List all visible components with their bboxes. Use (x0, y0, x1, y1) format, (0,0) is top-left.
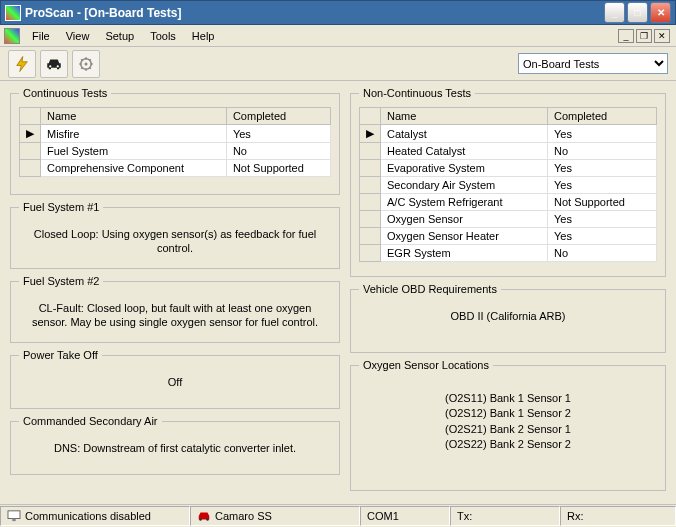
minimize-button[interactable]: _ (604, 2, 625, 23)
content-area: Continuous Tests NameCompleted ▶MisfireY… (0, 81, 676, 504)
mdi-minimize-button[interactable]: _ (618, 29, 634, 43)
svg-rect-5 (12, 518, 15, 521)
svg-rect-4 (8, 510, 20, 518)
table-row: ▶CatalystYes (360, 125, 657, 143)
table-row: Oxygen SensorYes (360, 211, 657, 228)
svg-point-3 (85, 62, 88, 65)
mdi-close-button[interactable]: ✕ (654, 29, 670, 43)
status-rx: Rx: (560, 506, 676, 526)
status-comm: Communications disabled (0, 506, 190, 526)
csa-text: DNS: Downstream of first catalytic conve… (19, 435, 331, 461)
svg-point-6 (199, 518, 202, 521)
table-row: Evaporative SystemYes (360, 160, 657, 177)
menu-view[interactable]: View (58, 28, 98, 44)
noncontinuous-legend: Non-Continuous Tests (359, 87, 475, 99)
status-bar: Communications disabled Camaro SS COM1 T… (0, 504, 676, 526)
menu-bar: File View Setup Tools Help _ ❐ ✕ (0, 25, 676, 47)
table-row: Comprehensive ComponentNot Supported (20, 160, 331, 177)
pto-text: Off (19, 369, 331, 395)
view-selector[interactable]: On-Board Tests (518, 53, 668, 74)
continuous-table[interactable]: NameCompleted ▶MisfireYes Fuel SystemNo … (19, 107, 331, 177)
lightning-button[interactable] (8, 50, 36, 78)
table-row: ▶MisfireYes (20, 125, 331, 143)
svg-point-0 (49, 65, 51, 67)
list-item: (O2S22) Bank 2 Sensor 2 (363, 437, 653, 452)
col-completed: Completed (547, 108, 656, 125)
svg-point-7 (206, 518, 209, 521)
oxy-legend: Oxygen Sensor Locations (359, 359, 493, 371)
obd-legend: Vehicle OBD Requirements (359, 283, 501, 295)
monitor-icon (7, 510, 21, 522)
status-port: COM1 (360, 506, 450, 526)
menu-file[interactable]: File (24, 28, 58, 44)
vehicle-obd-panel: Vehicle OBD Requirements OBD II (Califor… (350, 283, 666, 353)
mdi-restore-button[interactable]: ❐ (636, 29, 652, 43)
col-name: Name (381, 108, 548, 125)
continuous-legend: Continuous Tests (19, 87, 111, 99)
lightning-icon (13, 55, 31, 73)
fuel2-legend: Fuel System #2 (19, 275, 103, 287)
fuel2-text: CL-Fault: Closed loop, but fault with at… (19, 295, 331, 336)
oxygen-sensor-panel: Oxygen Sensor Locations (O2S11) Bank 1 S… (350, 359, 666, 491)
svg-point-1 (57, 65, 59, 67)
close-button[interactable]: ✕ (650, 2, 671, 23)
car-icon (45, 55, 63, 73)
commanded-secondary-air-panel: Commanded Secondary Air DNS: Downstream … (10, 415, 340, 475)
table-row: A/C System RefrigerantNot Supported (360, 194, 657, 211)
title-bar: ProScan - [On-Board Tests] _ □ ✕ (0, 0, 676, 25)
table-row: EGR SystemNo (360, 245, 657, 262)
fuel-system-1-panel: Fuel System #1 Closed Loop: Using oxygen… (10, 201, 340, 269)
col-completed: Completed (226, 108, 330, 125)
list-item: (O2S11) Bank 1 Sensor 1 (363, 391, 653, 406)
toolbar: On-Board Tests (0, 47, 676, 81)
list-item: (O2S12) Bank 1 Sensor 2 (363, 406, 653, 421)
car-icon (197, 510, 211, 522)
continuous-tests-panel: Continuous Tests NameCompleted ▶MisfireY… (10, 87, 340, 195)
app-icon (5, 5, 21, 21)
csa-legend: Commanded Secondary Air (19, 415, 162, 427)
fuel-system-2-panel: Fuel System #2 CL-Fault: Closed loop, bu… (10, 275, 340, 343)
menu-help[interactable]: Help (184, 28, 223, 44)
oxy-list: (O2S11) Bank 1 Sensor 1 (O2S12) Bank 1 S… (359, 379, 657, 465)
table-row: Oxygen Sensor HeaterYes (360, 228, 657, 245)
maximize-button[interactable]: □ (627, 2, 648, 23)
vehicle-button[interactable] (40, 50, 68, 78)
obd-text: OBD II (California ARB) (359, 303, 657, 329)
fuel1-text: Closed Loop: Using oxygen sensor(s) as f… (19, 221, 331, 262)
pto-legend: Power Take Off (19, 349, 102, 361)
power-take-off-panel: Power Take Off Off (10, 349, 340, 409)
gear-button[interactable] (72, 50, 100, 78)
gear-icon (77, 55, 95, 73)
table-row: Secondary Air SystemYes (360, 177, 657, 194)
col-name: Name (41, 108, 227, 125)
menu-setup[interactable]: Setup (97, 28, 142, 44)
list-item: (O2S21) Bank 2 Sensor 1 (363, 422, 653, 437)
menu-tools[interactable]: Tools (142, 28, 184, 44)
fuel1-legend: Fuel System #1 (19, 201, 103, 213)
status-tx: Tx: (450, 506, 560, 526)
noncontinuous-tests-panel: Non-Continuous Tests NameCompleted ▶Cata… (350, 87, 666, 277)
table-row: Heated CatalystNo (360, 143, 657, 160)
mdi-icon (4, 28, 20, 44)
table-row: Fuel SystemNo (20, 143, 331, 160)
status-vehicle: Camaro SS (190, 506, 360, 526)
noncontinuous-table[interactable]: NameCompleted ▶CatalystYes Heated Cataly… (359, 107, 657, 262)
window-title: ProScan - [On-Board Tests] (25, 6, 604, 20)
